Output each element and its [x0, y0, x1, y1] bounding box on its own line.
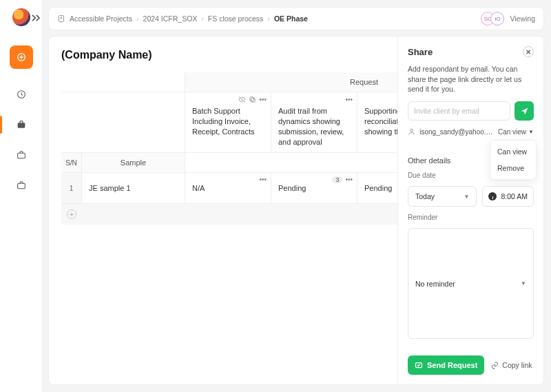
count-badge: 3 — [332, 176, 342, 183]
due-time-select[interactable]: 8:00 AM — [482, 186, 534, 207]
sidebar — [0, 0, 43, 392]
reminder-label: Reminder — [408, 214, 534, 221]
caret-down-icon: ▼ — [528, 129, 534, 135]
share-description: Add respondant by email. You can share t… — [408, 64, 534, 94]
breadcrumb-item[interactable]: 2024 ICFR_SOX — [143, 14, 198, 23]
topbar: Accessible Projects› 2024 ICFR_SOX› FS c… — [48, 7, 544, 30]
plus-icon: + — [67, 209, 76, 219]
person-icon — [408, 127, 415, 136]
eye-off-icon[interactable] — [238, 96, 246, 103]
close-icon[interactable]: ✕ — [523, 46, 534, 57]
respondent-email: isong_sandy@yahoo.com — [419, 128, 494, 136]
viewing-label: Viewing — [510, 14, 535, 23]
sidebar-collapse-button[interactable] — [29, 11, 43, 25]
permission-dropdown[interactable]: Can view ▼ — [498, 128, 534, 136]
nav-item-add[interactable] — [10, 45, 33, 69]
link-icon — [491, 362, 499, 369]
svg-rect-6 — [251, 99, 256, 103]
request-header-text: Batch Support Including Invoice, Receipt… — [192, 106, 264, 137]
avatar[interactable]: IO — [490, 12, 504, 25]
nav-item-briefcase-active[interactable] — [10, 113, 33, 136]
permission-option-remove[interactable]: Remove — [490, 160, 536, 176]
share-title: Share — [408, 47, 433, 57]
breadcrumb-item[interactable]: FS close process — [208, 14, 264, 23]
cell-sn: 1 — [61, 173, 82, 203]
more-icon[interactable]: ••• — [345, 95, 353, 105]
svg-rect-2 — [17, 123, 25, 127]
viewers: SO IO Viewing — [481, 12, 535, 25]
reminder-select[interactable]: No reminder ▼ — [408, 228, 534, 339]
send-icon — [520, 107, 529, 116]
cell-request[interactable]: 3 ••• Pending — [271, 173, 357, 203]
permission-option-canview[interactable]: Can view — [490, 143, 536, 160]
invite-email-input[interactable] — [408, 101, 510, 121]
more-icon[interactable]: ••• — [259, 95, 267, 105]
col-header-sn: S/N — [61, 153, 82, 172]
request-header-1[interactable]: ••• Batch Support Including Invoice, Rec… — [185, 92, 271, 152]
breadcrumb-current: OE Phase — [274, 14, 308, 23]
svg-point-8 — [410, 129, 413, 132]
cell-sample[interactable]: JE sample 1 — [82, 173, 185, 203]
due-date-select[interactable]: Today ▼ — [408, 186, 477, 207]
svg-rect-4 — [17, 183, 25, 188]
nav-item-briefcase-2[interactable] — [10, 143, 33, 167]
permission-menu: Can view Remove — [490, 140, 537, 180]
request-header-2[interactable]: ••• Audit trail from dynamics showing su… — [271, 92, 357, 152]
breadcrumb: Accessible Projects› 2024 ICFR_SOX› FS c… — [57, 14, 308, 23]
app-logo — [12, 8, 30, 26]
copy-icon[interactable] — [249, 96, 256, 103]
check-send-icon — [415, 361, 423, 369]
main-panel: (Company Name) Request ••• Batch Support… — [48, 36, 544, 385]
viewer-avatars[interactable]: SO IO — [481, 12, 504, 25]
col-header-sample: Sample — [82, 153, 185, 172]
share-panel: Share ✕ Add respondant by email. You can… — [397, 37, 543, 384]
caret-down-icon: ▼ — [521, 280, 526, 287]
breadcrumb-item[interactable]: Accessible Projects — [70, 14, 132, 23]
nav-item-briefcase-3[interactable] — [10, 174, 33, 197]
more-icon[interactable]: ••• — [259, 176, 267, 183]
request-header-text: Audit trail from dynamics showing submis… — [278, 106, 350, 147]
clock-icon — [488, 192, 497, 200]
caret-down-icon: ▼ — [464, 194, 470, 200]
document-icon — [57, 14, 65, 23]
copy-link-button[interactable]: Copy link — [491, 361, 532, 369]
svg-rect-7 — [250, 97, 254, 101]
respondent-row: isong_sandy@yahoo.com Can view ▼ Can vie… — [408, 127, 534, 136]
invite-send-button[interactable] — [514, 101, 534, 121]
send-request-button[interactable]: Send Request — [408, 355, 484, 375]
nav-item-time[interactable] — [10, 83, 33, 106]
cell-request[interactable]: ••• N/A — [185, 173, 271, 203]
more-icon[interactable]: ••• — [345, 176, 353, 183]
svg-rect-3 — [17, 153, 25, 158]
